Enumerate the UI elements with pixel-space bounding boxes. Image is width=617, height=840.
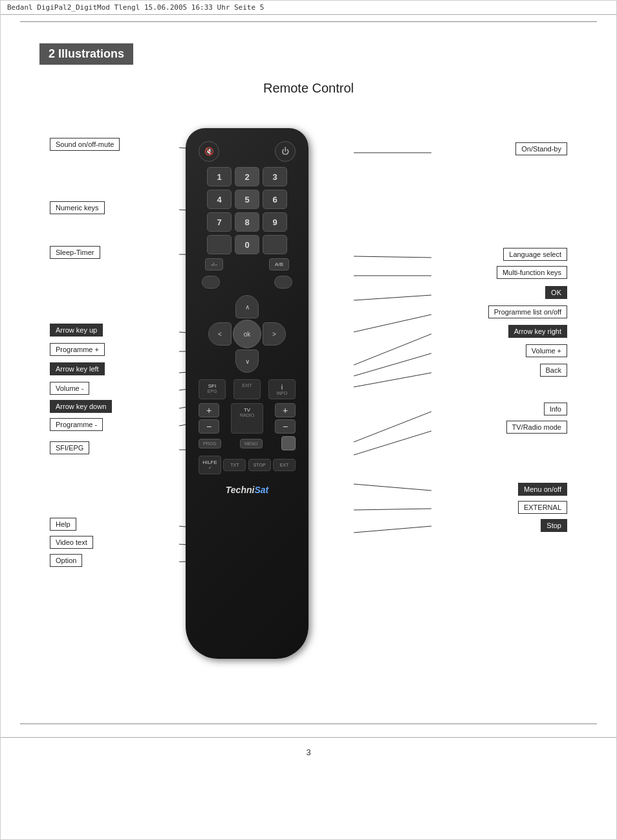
- num-btn-6[interactable]: 6: [263, 190, 287, 209]
- label-back: Back: [540, 364, 567, 377]
- label-programme-minus: Programme -: [50, 418, 103, 431]
- exit-button[interactable]: EXIT: [233, 379, 261, 399]
- mute-button[interactable]: 🔇: [199, 141, 219, 162]
- svg-line-19: [354, 353, 431, 376]
- label-video-text: Video text: [50, 536, 93, 549]
- svg-line-20: [354, 373, 431, 387]
- num-btn-9[interactable]: 9: [263, 212, 287, 232]
- label-programme-list: Programme list on/off: [488, 305, 567, 318]
- menu-button[interactable]: MENU: [240, 439, 263, 448]
- diagram-container: Sound on/off-mute Numeric keys Sleep-Tim…: [30, 109, 587, 704]
- tv-radio-row: + − TV RADIO + −: [199, 403, 296, 434]
- vol-plus-left[interactable]: +: [199, 403, 219, 417]
- tv-radio-button[interactable]: TV RADIO: [231, 403, 263, 434]
- label-arrow-right: Arrow key right: [508, 325, 567, 338]
- label-ok: OK: [545, 286, 567, 299]
- section-heading: 2 Illustrations: [39, 43, 133, 65]
- dpad: ∧ < ok > ∨: [208, 295, 286, 373]
- page-wrapper: Bedanl DigiPal2_DigitMod Tlengl 15.06.20…: [0, 0, 617, 840]
- dpad-right-button[interactable]: >: [263, 322, 286, 346]
- svg-line-16: [354, 295, 431, 300]
- label-sound-mute: Sound on/off-mute: [50, 138, 120, 151]
- dpad-left-button[interactable]: <: [208, 322, 232, 346]
- num-btn-7[interactable]: 7: [207, 212, 232, 232]
- dpad-down-button[interactable]: ∨: [235, 349, 259, 373]
- vol-minus-right[interactable]: −: [275, 419, 296, 434]
- remote-control-body: 🔇 ⏻ 1 2 3 4 5 6 7 8 9 0: [186, 128, 308, 659]
- minus-button[interactable]: -/--: [205, 258, 223, 271]
- svg-line-25: [354, 526, 431, 533]
- dpad-up-button[interactable]: ∧: [235, 295, 259, 318]
- num-btn-empty-left: [207, 235, 232, 254]
- svg-line-18: [354, 334, 431, 365]
- record-button[interactable]: [281, 436, 296, 450]
- label-info: Info: [544, 403, 567, 415]
- svg-line-23: [354, 484, 431, 491]
- label-arrow-key-left: Arrow key left: [50, 362, 105, 375]
- vol-col-left: + −: [199, 403, 219, 434]
- remote-top-row: 🔇 ⏻: [192, 141, 302, 162]
- label-option: Option: [50, 554, 82, 567]
- main-content: Remote Control: [1, 74, 616, 724]
- label-multi-function: Multi-function keys: [497, 266, 567, 279]
- label-menu-onoff: Menu on/off: [518, 483, 567, 496]
- svg-line-24: [354, 509, 431, 510]
- sfi-epg-button[interactable]: SFI EPG: [199, 379, 226, 399]
- label-help: Help: [50, 518, 76, 531]
- label-arrow-key-down: Arrow key down: [50, 400, 112, 413]
- txt-button[interactable]: TXT: [223, 459, 246, 471]
- page-number: 3: [306, 747, 310, 757]
- prog-menu-row: PROG MENU: [199, 436, 296, 450]
- label-tv-radio: TV/Radio mode: [506, 421, 567, 434]
- dpad-ok-button[interactable]: ok: [233, 320, 261, 348]
- numpad-bottom-row: -/-- A/B: [205, 258, 289, 271]
- label-volume-plus: Volume +: [526, 344, 567, 357]
- func-row-1: SFI EPG EXIT i INFO: [199, 379, 296, 399]
- num-btn-5[interactable]: 5: [235, 190, 259, 209]
- num-btn-4[interactable]: 4: [207, 190, 232, 209]
- ext-button[interactable]: EXT: [273, 459, 296, 471]
- lang-sleep-row: [202, 276, 292, 289]
- connector-lines: [30, 109, 587, 704]
- bottom-btns-row: HILFE ✓ TXT STOP EXT: [199, 456, 296, 474]
- num-btn-8[interactable]: 8: [235, 212, 259, 232]
- info-button[interactable]: i INFO: [268, 379, 296, 399]
- label-numeric-keys: Numeric keys: [50, 201, 105, 214]
- numpad: 1 2 3 4 5 6 7 8 9 0: [207, 167, 287, 254]
- label-stop: Stop: [541, 519, 567, 532]
- remote-control-title: Remote Control: [263, 81, 354, 96]
- header-text: Bedanl DigiPal2_DigitMod Tlengl 15.06.20…: [7, 3, 264, 12]
- label-sfi-epg: SFI/EPG: [50, 441, 89, 454]
- stop-button[interactable]: STOP: [248, 459, 271, 471]
- num-btn-3[interactable]: 3: [263, 167, 287, 186]
- sleep-button[interactable]: [202, 276, 220, 289]
- standby-button[interactable]: ⏻: [275, 141, 296, 162]
- num-btn-0[interactable]: 0: [235, 235, 259, 254]
- header-strip: Bedanl DigiPal2_DigitMod Tlengl 15.06.20…: [1, 1, 616, 15]
- page-bottom: 3: [1, 737, 616, 767]
- num-btn-empty-right: [263, 235, 287, 254]
- label-language-select: Language select: [503, 248, 567, 261]
- vol-minus-left[interactable]: −: [199, 419, 219, 434]
- vol-plus-right[interactable]: +: [275, 403, 296, 417]
- ab-button[interactable]: A/B: [269, 258, 289, 271]
- lang-button[interactable]: [274, 276, 292, 289]
- svg-line-22: [354, 431, 431, 455]
- label-volume-minus: Volume -: [50, 382, 89, 395]
- vol-col-right: + −: [275, 403, 296, 434]
- num-btn-2[interactable]: 2: [235, 167, 259, 186]
- label-arrow-key-up: Arrow key up: [50, 324, 103, 337]
- svg-line-14: [354, 256, 431, 258]
- label-on-standby: On/Stand-by: [515, 142, 567, 155]
- technisat-logo: TechniSat: [226, 485, 268, 495]
- prog-button[interactable]: PROG: [199, 439, 221, 448]
- label-sleep-timer: Sleep-Timer: [50, 246, 100, 259]
- svg-line-21: [354, 412, 431, 442]
- label-external: EXTERNAL: [518, 501, 567, 514]
- label-programme-plus: Programme +: [50, 343, 105, 356]
- svg-line-17: [354, 315, 431, 332]
- hilfe-check-button[interactable]: HILFE ✓: [199, 456, 221, 474]
- num-btn-1[interactable]: 1: [207, 167, 232, 186]
